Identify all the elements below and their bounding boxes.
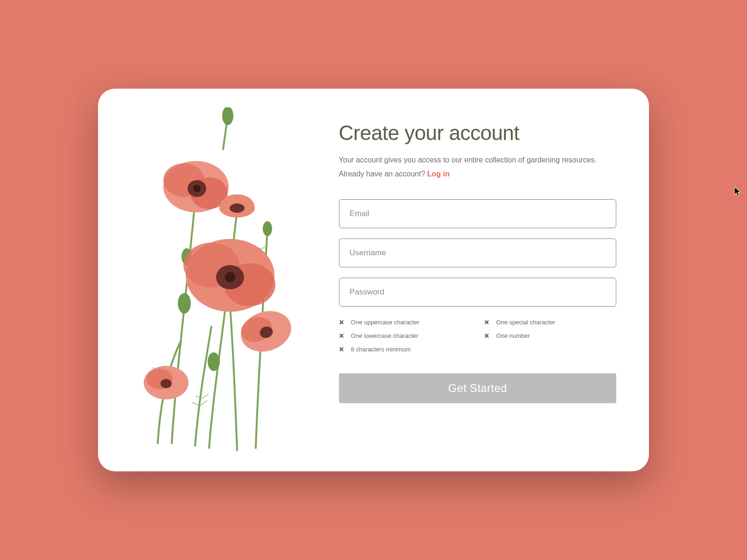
req-number: One number bbox=[484, 332, 616, 339]
x-icon bbox=[339, 319, 345, 325]
req-label: 8 characters minimum bbox=[351, 346, 411, 353]
req-label: One number bbox=[496, 332, 530, 339]
get-started-button[interactable]: Get Started bbox=[339, 373, 616, 403]
page-title: Create your account bbox=[339, 121, 616, 145]
x-icon bbox=[339, 346, 345, 352]
x-icon bbox=[484, 319, 490, 325]
username-field[interactable] bbox=[339, 238, 616, 267]
req-label: One special character bbox=[496, 319, 555, 326]
email-field[interactable] bbox=[339, 199, 616, 228]
req-label: One lowercase character bbox=[351, 332, 419, 339]
signup-form: Create your account Your account gives y… bbox=[330, 89, 649, 471]
req-uppercase: One uppercase character bbox=[339, 319, 471, 326]
req-lowercase: One lowercase character bbox=[339, 332, 471, 339]
svg-point-1 bbox=[263, 221, 272, 236]
svg-point-9 bbox=[225, 272, 235, 282]
svg-point-3 bbox=[208, 352, 220, 371]
svg-point-18 bbox=[230, 203, 245, 213]
req-minlength: 8 characters minimum bbox=[339, 346, 471, 353]
password-requirements: One uppercase character One special char… bbox=[339, 319, 616, 353]
x-icon bbox=[484, 333, 490, 338]
svg-point-21 bbox=[161, 379, 172, 388]
subtitle-text: Your account gives you access to our ent… bbox=[339, 156, 597, 178]
req-label: One uppercase character bbox=[351, 319, 420, 326]
signup-card: Create your account Your account gives y… bbox=[98, 89, 649, 471]
illustration-poppies bbox=[98, 89, 330, 471]
x-icon bbox=[339, 333, 345, 338]
login-link[interactable]: Log in bbox=[427, 170, 450, 178]
page-subtitle: Your account gives you access to our ent… bbox=[339, 153, 616, 182]
req-special: One special character bbox=[484, 319, 616, 326]
svg-point-0 bbox=[222, 107, 233, 125]
cursor-icon bbox=[734, 187, 741, 197]
password-field[interactable] bbox=[339, 278, 616, 307]
svg-point-14 bbox=[193, 185, 201, 192]
svg-point-2 bbox=[178, 293, 191, 314]
